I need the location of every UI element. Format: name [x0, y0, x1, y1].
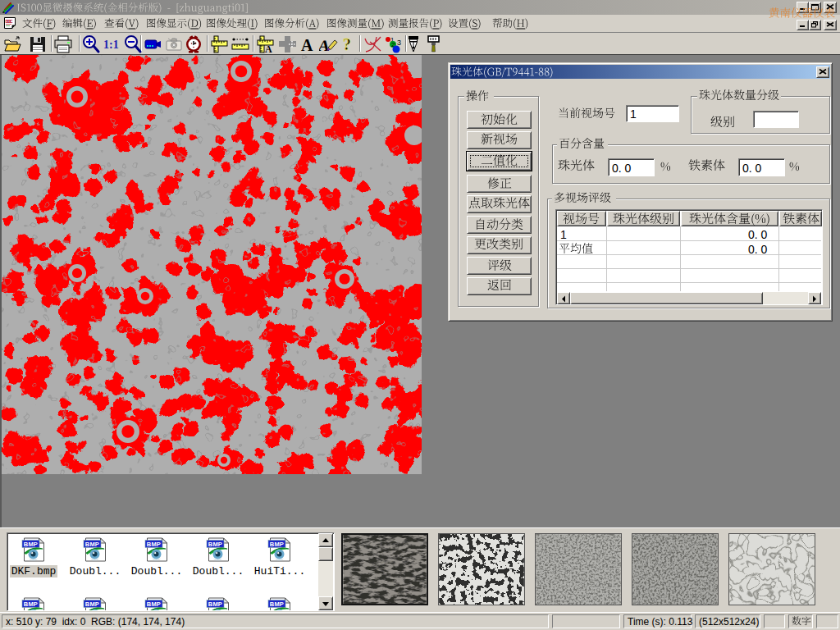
svg-text:BMP: BMP: [24, 541, 38, 548]
svg-text:BMP: BMP: [24, 600, 38, 608]
svg-text:A: A: [319, 37, 331, 54]
svg-text:A: A: [265, 43, 272, 54]
svg-text:BMP: BMP: [85, 600, 99, 608]
svg-text:BMP: BMP: [85, 541, 99, 548]
svg-text:A: A: [301, 36, 313, 54]
svg-text:DOC: DOC: [6, 19, 14, 24]
svg-text:BMP: BMP: [147, 600, 161, 608]
svg-text:BMP: BMP: [270, 541, 284, 548]
svg-text:?: ?: [343, 35, 351, 53]
svg-text:BMP: BMP: [208, 600, 222, 608]
svg-text:3: 3: [397, 39, 401, 47]
svg-text:BMP: BMP: [270, 600, 284, 608]
svg-text:BMP: BMP: [208, 541, 222, 548]
svg-text:1:1: 1:1: [103, 39, 119, 51]
svg-text:BMP: BMP: [147, 541, 161, 548]
